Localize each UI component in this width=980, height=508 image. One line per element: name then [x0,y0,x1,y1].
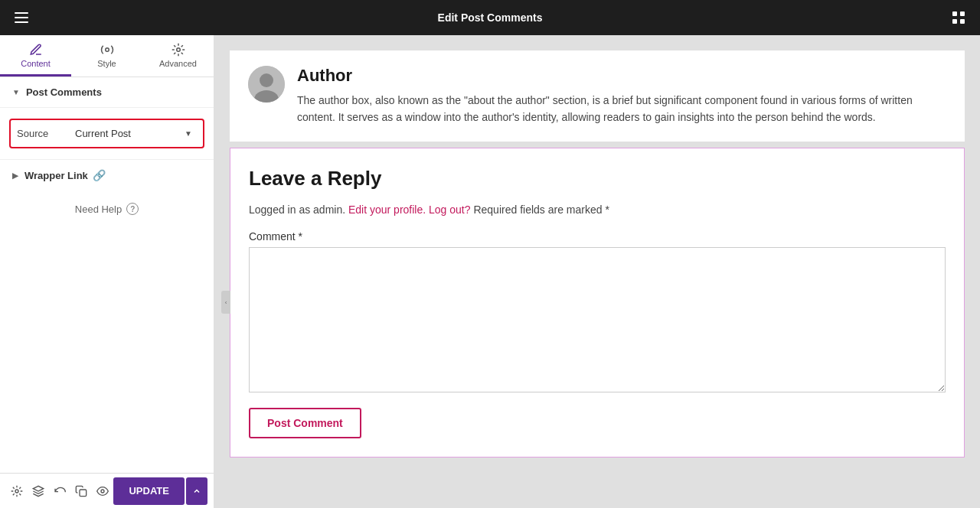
main-layout: Content Style Advanced ▼ [0,35,980,508]
svg-rect-2 [15,21,28,23]
svg-rect-0 [15,12,28,14]
svg-rect-4 [960,11,965,16]
settings-icon[interactable] [6,477,28,505]
chevron-down-icon: ▼ [12,88,20,96]
section-title: Post Comments [26,86,102,98]
source-label: Source [17,128,70,139]
collapse-handle[interactable]: ‹ [221,291,230,314]
post-comments-section[interactable]: ▼ Post Comments [0,77,214,108]
help-icon: ? [126,203,139,215]
tab-content[interactable]: Content [0,35,71,77]
bottom-toolbar: UPDATE [0,473,214,508]
svg-point-9 [15,490,18,493]
logout-link[interactable]: Log out? [429,204,471,216]
top-bar: Edit Post Comments [0,0,980,35]
svg-marker-10 [33,486,43,491]
comments-section: ‹ Leave a Reply Logged in as admin. Edit… [230,148,965,458]
tab-advanced[interactable]: Advanced [142,35,214,77]
post-comment-button[interactable]: Post Comment [249,408,361,438]
svg-rect-5 [952,19,957,24]
author-info: Author The author box, also known as the… [297,66,946,126]
content-area: Author The author box, also known as the… [214,35,980,508]
undo-icon[interactable] [49,477,70,505]
grid-icon[interactable] [946,5,971,30]
svg-point-7 [105,48,109,52]
chevron-down-icon: ▼ [185,129,192,138]
svg-rect-6 [960,19,965,24]
tab-style[interactable]: Style [71,35,142,77]
author-bio: The author box, also known as the "about… [297,92,946,126]
svg-point-12 [101,490,104,493]
wrapper-link-header[interactable]: ▶ Wrapper Link 🔗 [0,160,214,190]
source-control: Source Current Post ▼ [9,119,204,148]
chevron-right-icon: ▶ [12,171,18,180]
wrapper-link-section: ▶ Wrapper Link 🔗 [0,159,214,190]
source-dropdown[interactable]: Current Post ▼ [70,125,197,142]
svg-rect-1 [15,17,28,18]
svg-rect-11 [80,490,87,497]
comment-textarea[interactable] [249,247,946,392]
copy-icon[interactable] [70,477,92,505]
sidebar: Content Style Advanced ▼ [0,35,214,508]
sidebar-tabs: Content Style Advanced [0,35,214,77]
sidebar-content: ▼ Post Comments Source Current Post ▼ ▶ … [0,77,214,473]
leave-reply-title: Leave a Reply [249,167,946,190]
layers-icon[interactable] [28,477,49,505]
chevron-up-button[interactable] [186,477,207,505]
need-help-link[interactable]: Need Help ? [0,190,214,227]
svg-point-8 [176,48,180,52]
avatar [248,66,285,103]
edit-profile-link[interactable]: Edit your profile. [348,204,426,216]
page-title: Edit Post Comments [34,11,946,24]
need-help-label: Need Help [75,204,122,215]
source-value: Current Post [75,128,131,139]
hamburger-icon[interactable] [9,5,34,30]
update-button[interactable]: UPDATE [113,477,184,505]
author-card: Author The author box, also known as the… [230,50,965,142]
svg-rect-3 [952,11,957,16]
link-emoji: 🔗 [93,169,106,181]
svg-point-14 [260,73,273,87]
login-info: Logged in as admin. Edit your profile. L… [249,201,946,218]
author-name: Author [297,66,946,86]
eye-icon[interactable] [92,477,113,505]
comment-label: Comment * [249,230,946,243]
wrapper-link-label: Wrapper Link [24,170,88,181]
